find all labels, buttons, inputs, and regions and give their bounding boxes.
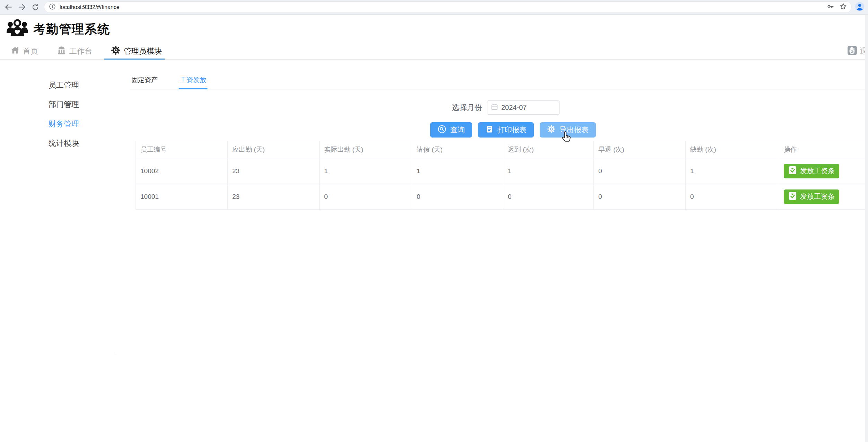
back-icon[interactable] — [4, 3, 13, 11]
print-report-button[interactable]: 打印报表 — [478, 122, 534, 138]
cell-early-leave-times: 0 — [594, 158, 686, 184]
sidebar-item-department-mgmt[interactable]: 部门管理 — [0, 95, 116, 114]
cell-employee-id: 10001 — [136, 184, 228, 210]
cell-actions: 发放工资条 — [779, 184, 868, 210]
cell-leave-days: 1 — [412, 158, 503, 184]
url-text[interactable]: localhost:9332/#/finance — [60, 4, 826, 10]
export-report-label: 导出报表 — [559, 125, 589, 135]
workbench-icon — [57, 46, 66, 57]
content-tabs: 固定资产 工资发放 — [130, 76, 865, 89]
month-filter-label: 选择月份 — [452, 103, 482, 113]
team-heart-logo-icon — [6, 18, 28, 40]
nav-item-label: 管理员模块 — [124, 46, 162, 56]
table-row: 10001 23 0 0 0 0 0 发放工资条 — [136, 184, 868, 210]
col-actual-days: 实际出勤 (天) — [320, 141, 412, 158]
cell-late-times: 0 — [503, 184, 594, 210]
export-report-button[interactable]: 导出报表 — [540, 122, 596, 138]
tab-salary-payment[interactable]: 工资发放 — [179, 76, 208, 89]
star-icon[interactable] — [839, 2, 847, 12]
search-circle-icon — [437, 125, 446, 135]
col-employee-id: 员工编号 — [136, 141, 228, 158]
address-bar[interactable]: localhost:9332/#/finance — [44, 2, 851, 12]
query-button[interactable]: 查询 — [430, 122, 472, 138]
issue-payslip-button[interactable]: 发放工资条 — [784, 189, 839, 204]
main-content: 固定资产 工资发放 选择月份 查询 打印报表 — [116, 60, 868, 442]
info-circle-icon[interactable] — [49, 3, 56, 12]
table-header-row: 员工编号 应出勤 (天) 实际出勤 (天) 请假 (天) 迟到 (次) 早退 (… — [136, 141, 868, 158]
col-late-times: 迟到 (次) — [503, 141, 594, 158]
month-input[interactable] — [501, 104, 550, 112]
cell-late-times: 1 — [503, 158, 594, 184]
cell-expected-days: 23 — [228, 158, 320, 184]
top-navbar: 首页 工作台 管理员模块 — [0, 43, 868, 60]
action-buttons: 查询 打印报表 — [430, 122, 596, 138]
cell-actual-days: 1 — [320, 158, 412, 184]
cell-absence-times: 0 — [686, 184, 779, 210]
query-button-label: 查询 — [450, 125, 465, 135]
cell-actual-days: 0 — [320, 184, 412, 210]
payslip-check-icon — [788, 191, 797, 202]
issue-payslip-label: 发放工资条 — [800, 166, 835, 176]
print-report-label: 打印报表 — [497, 125, 527, 135]
payslip-check-icon — [788, 166, 797, 177]
report-icon — [485, 125, 494, 135]
table-row: 10002 23 1 1 1 0 1 发放工资条 — [136, 158, 868, 184]
browser-toolbar: localhost:9332/#/finance — [0, 0, 868, 15]
calendar-icon — [491, 103, 498, 112]
col-actions: 操作 — [779, 141, 868, 158]
profile-avatar-icon[interactable] — [855, 2, 865, 13]
nav-item-home[interactable]: 首页 — [9, 43, 40, 59]
nav-item-label: 首页 — [23, 46, 38, 56]
month-picker-field[interactable] — [487, 100, 560, 115]
gear-icon — [547, 125, 556, 135]
nav-item-label: 工作台 — [69, 46, 92, 56]
refresh-icon[interactable] — [31, 3, 40, 11]
page-title: 考勤管理系统 — [33, 21, 110, 37]
page-scrollbar[interactable] — [865, 15, 868, 442]
cell-actions: 发放工资条 — [779, 158, 868, 184]
sidebar-item-finance-mgmt[interactable]: 财务管理 — [0, 114, 116, 134]
sidebar: 员工管理 部门管理 财务管理 统计模块 — [0, 60, 116, 353]
col-early-leave-times: 早退 (次) — [594, 141, 686, 158]
issue-payslip-button[interactable]: 发放工资条 — [784, 164, 839, 178]
gear-icon — [111, 45, 121, 57]
cell-early-leave-times: 0 — [594, 184, 686, 210]
logout-button[interactable]: 退出 — [847, 43, 868, 59]
nav-item-workbench[interactable]: 工作台 — [55, 43, 94, 59]
col-leave-days: 请假 (天) — [412, 141, 503, 158]
cell-leave-days: 0 — [412, 184, 503, 210]
sidebar-item-employee-mgmt[interactable]: 员工管理 — [0, 76, 116, 95]
cell-employee-id: 10002 — [136, 158, 228, 184]
app-header: 考勤管理系统 — [0, 15, 868, 43]
cell-absence-times: 1 — [686, 158, 779, 184]
month-filter: 选择月份 — [452, 100, 560, 115]
col-expected-days: 应出勤 (天) — [228, 141, 320, 158]
sidebar-item-statistics[interactable]: 统计模块 — [0, 134, 116, 153]
issue-payslip-label: 发放工资条 — [800, 192, 835, 201]
nav-item-admin-module[interactable]: 管理员模块 — [110, 43, 163, 59]
col-absence-times: 缺勤 (次) — [686, 141, 779, 158]
home-icon — [10, 46, 20, 57]
hand-stop-icon — [847, 45, 857, 58]
forward-icon[interactable] — [18, 3, 26, 11]
salary-table: 员工编号 应出勤 (天) 实际出勤 (天) 请假 (天) 迟到 (次) 早退 (… — [136, 141, 868, 210]
tab-fixed-assets[interactable]: 固定资产 — [130, 76, 159, 89]
cell-expected-days: 23 — [228, 184, 320, 210]
key-icon[interactable] — [826, 2, 834, 12]
